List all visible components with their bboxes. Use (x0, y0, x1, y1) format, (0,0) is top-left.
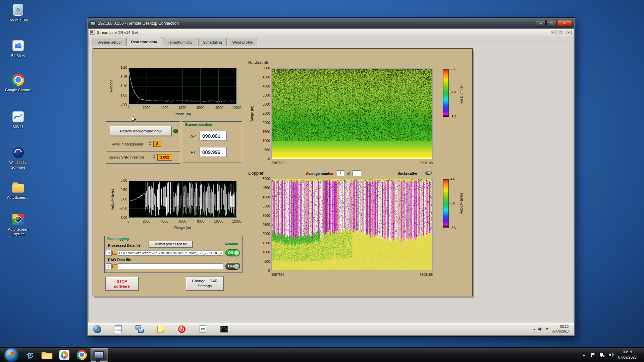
remote-clock-time: 03:20 (552, 324, 569, 329)
clock-time: 03:19 (618, 350, 637, 355)
change-lidar-settings-button[interactable]: Change LiDAR Settings (186, 276, 224, 291)
processed-path-field[interactable]: C:\Lidar\Data\Proc\2023\202309\20230907\… (118, 250, 223, 256)
el-field[interactable]: 089.999 (200, 147, 227, 157)
rays-value[interactable]: 8 (153, 141, 161, 147)
raw-logging-toggle[interactable]: OFF (225, 263, 240, 270)
rdp-titlebar[interactable]: 192.168.0.150 - Remote Desktop Connectio… (88, 18, 574, 28)
background-controls-box: Renew background now Rays in background … (106, 121, 180, 150)
backscatter-colorbar-ticks: -3.0-5.5-8.0 (450, 68, 456, 119)
snr-value[interactable]: 1.002 (157, 154, 172, 161)
remote-start-button[interactable] (92, 324, 102, 334)
taskbar-internet-explorer[interactable]: e (21, 348, 38, 362)
backscatter-toggle[interactable] (425, 171, 432, 175)
clock-date: 07/09/2023 (618, 355, 637, 360)
raw-folder-icon[interactable] (112, 264, 117, 268)
action-center-flag-icon[interactable] (590, 352, 596, 358)
restart-processed-file-button[interactable]: Restart processed file (149, 241, 193, 248)
file-explorer-icon (41, 351, 53, 359)
tab-wind-profile[interactable]: Wind profile (228, 38, 258, 46)
backscatter-xticks: 3307669 3308168 (271, 161, 433, 165)
processed-data-file-label: Processed Data file (108, 243, 141, 247)
taskbar-clock[interactable]: 03:19 07/09/2023 (618, 350, 639, 360)
ascope-yticks: 1.201.151.101.050.99 (112, 66, 127, 106)
recycle-bin-icon: ♻ (11, 3, 25, 17)
remote-xr-button[interactable]: XR (198, 324, 208, 334)
az-field[interactable]: 090.001 (200, 131, 227, 141)
rays-spinner[interactable] (149, 141, 152, 145)
hidden-icons-chevron[interactable]: ▲ (581, 352, 587, 358)
tab-system-setup[interactable]: System setup (93, 38, 125, 46)
rays-in-background-label: Rays in background (112, 142, 143, 146)
average-number-field[interactable]: 1 (337, 170, 344, 176)
remote-hidden-icons-chevron[interactable]: ◂ (533, 327, 535, 331)
chrome-icon (11, 73, 25, 86)
app-minimize-button[interactable]: – (549, 29, 556, 35)
mouse-cursor (131, 116, 137, 123)
internet-explorer-icon: e (28, 350, 32, 360)
scanner-position-title: Scanner position (185, 123, 212, 126)
app-maximize-button[interactable]: □ (557, 29, 564, 35)
rdp-minimize-button[interactable]: – (536, 20, 546, 26)
icon-label: AutoScreen... (7, 195, 30, 200)
desktop-icon-bl-view[interactable]: BL-View (3, 39, 34, 58)
remote-notepad-button[interactable] (113, 324, 123, 334)
tab-temp-humidity[interactable]: Temp/humidity (163, 38, 197, 46)
volume-icon[interactable] (608, 352, 614, 358)
desktop-icon-auto-screen-capture[interactable]: Auto Screen Capture (3, 213, 34, 237)
rdp-close-button[interactable]: × (557, 20, 572, 26)
icon-label: Recycle Bin (8, 18, 28, 23)
remote-cmd-button[interactable]: C:\_ (219, 324, 229, 334)
processed-logging-toggle[interactable]: ON (225, 249, 240, 256)
backscatter-yticks: 5000450040003500300025002000150010005000 (255, 67, 270, 161)
desktop-icon-autoscreen[interactable]: AutoScreen... (3, 181, 34, 200)
average-count-field[interactable]: 1 (353, 170, 361, 176)
taskbar-google-chrome[interactable] (73, 348, 91, 362)
remote-power-button[interactable] (177, 324, 187, 334)
raw-path-field[interactable] (118, 263, 223, 269)
remote-notes-button[interactable] (156, 324, 166, 334)
desktop: ♻ Recycle Bin BL-View Google Chrome MW41… (0, 0, 644, 362)
backscatter-heatmap (271, 68, 433, 159)
stop-software-button[interactable]: STOP software (105, 277, 139, 291)
app-icon (90, 30, 95, 35)
taskbar-file-explorer[interactable] (38, 348, 56, 362)
snr-spinner[interactable] (153, 155, 156, 159)
app-close-button[interactable]: × (565, 29, 572, 35)
desktop-icon-mw41[interactable]: MW41 (3, 110, 34, 129)
off-label: OFF (228, 264, 235, 268)
desktop-icon-wind-lidar[interactable]: Wind Lidar Software (3, 146, 34, 170)
rdp-maximize-button[interactable]: □ (546, 20, 556, 26)
tab-real-time-data[interactable]: Real time data (126, 37, 162, 46)
velocity-yticks: 5.002.500.00-2.50-5.00 (112, 179, 127, 220)
remote-rdp-button[interactable] (135, 324, 145, 334)
remote-volume-icon[interactable] (538, 327, 543, 331)
tab-strip: System setup Real time data Temp/humidit… (89, 36, 574, 46)
processed-folder-icon[interactable] (112, 251, 117, 255)
renew-background-button[interactable]: Renew background now (110, 126, 172, 136)
ascope-xlabel: Range (m) (128, 112, 237, 116)
remote-flag-icon[interactable]: ⚑ (546, 327, 549, 331)
desktop-icon-google-chrome[interactable]: Google Chrome (3, 73, 34, 93)
backscatter-toggle-label: Backscatter (397, 171, 418, 175)
tab-scheduling[interactable]: Scheduling (198, 38, 227, 46)
on-label: ON (228, 251, 233, 255)
remote-clock[interactable]: 03:20 07/09/2023 (552, 324, 570, 334)
chrome-icon (77, 350, 87, 360)
doppler-canvas (272, 179, 432, 270)
processed-drive-box[interactable]: C (106, 250, 112, 256)
raw-drive-box[interactable]: C (106, 263, 112, 269)
app-titlebar[interactable]: StreamLine XR v14-6.vi – □ × (89, 29, 574, 36)
start-button[interactable] (5, 349, 18, 361)
taskbar-media-player[interactable] (56, 348, 73, 362)
doppler-heatmap (271, 179, 433, 271)
snr-threshold-box: Display SNR threshold 1.002 (106, 152, 180, 164)
icon-label: BL-View (11, 54, 25, 58)
doppler-yticks: 5000450040003500300025002000150010005000 (255, 177, 270, 273)
change-line2: Settings (198, 284, 212, 288)
velocity-canvas (129, 181, 236, 218)
network-icon[interactable] (599, 352, 605, 358)
desktop-icon-recycle-bin[interactable]: ♻ Recycle Bin (3, 3, 34, 23)
auto-screen-capture-icon (11, 213, 25, 226)
taskbar-remote-desktop-active[interactable] (91, 348, 108, 362)
doppler-colorbar-label: Velocity (m/s) (459, 187, 463, 220)
